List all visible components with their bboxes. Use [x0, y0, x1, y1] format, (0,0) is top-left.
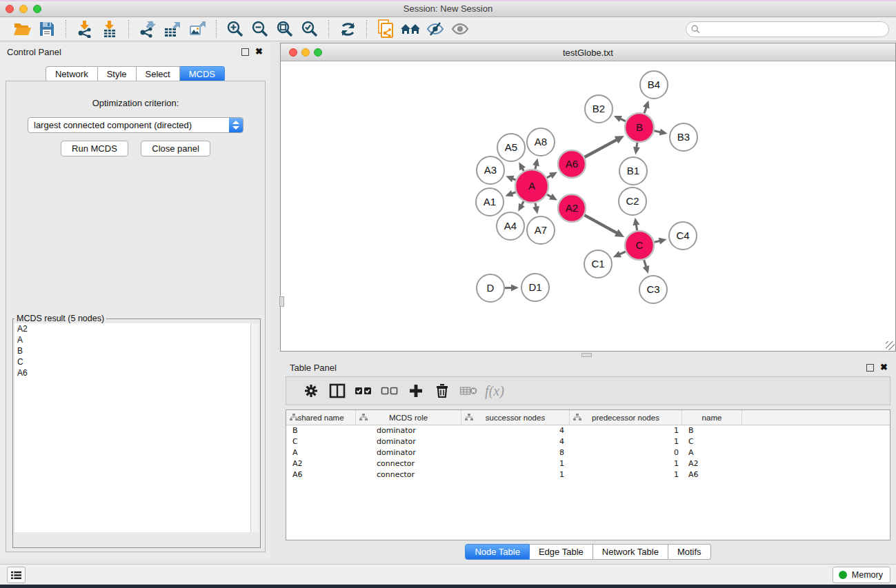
function-builder-icon[interactable]: f(x) — [481, 383, 508, 399]
table-cell: 1 — [461, 470, 570, 479]
criterion-value: largest connected component (directed) — [34, 120, 192, 130]
table-row[interactable]: A2connector11A2 — [286, 458, 890, 469]
graph-node-C1[interactable]: C1 — [584, 250, 612, 278]
window-resize-grip[interactable] — [886, 341, 895, 350]
table-cell: C — [682, 437, 742, 446]
task-history-button[interactable] — [7, 567, 26, 583]
graph-node-A5[interactable]: A5 — [497, 134, 525, 161]
mcds-result-list[interactable]: A2ABCA6 — [14, 323, 259, 532]
zoom-selected-icon[interactable] — [299, 19, 320, 39]
graph-node-A3[interactable]: A3 — [477, 156, 504, 184]
network-graph[interactable]: B4B2BB3A5A8A6B1A3AA1A2C2A4A7CC4C1C3DD1 — [281, 61, 895, 351]
table-row[interactable]: Adominator80A — [286, 447, 890, 458]
graph-node-C2[interactable]: C2 — [619, 187, 646, 215]
zoom-out-icon[interactable] — [250, 19, 270, 39]
table-row[interactable]: Bdominator41B — [286, 425, 890, 436]
tab-select[interactable]: Select — [137, 66, 180, 82]
table-cell: 0 — [570, 448, 682, 457]
search-input[interactable] — [703, 25, 888, 34]
add-column-icon[interactable] — [403, 383, 429, 398]
export-image-icon[interactable] — [187, 19, 208, 39]
horizontal-splitter-handle[interactable] — [581, 353, 592, 357]
graph-node-A1[interactable]: A1 — [476, 188, 504, 216]
node-label: C — [636, 239, 644, 251]
delete-table-icon[interactable] — [455, 385, 481, 396]
close-panel-icon[interactable]: ✖ — [255, 46, 263, 57]
close-panel-button[interactable]: Close panel — [141, 141, 210, 156]
graph-node-B4[interactable]: B4 — [640, 71, 668, 99]
column-header-predecessor-nodes[interactable]: predecessor nodes — [570, 410, 682, 425]
show-graphics-details-icon[interactable] — [450, 19, 470, 39]
zoom-in-icon[interactable] — [225, 19, 246, 39]
tab-motifs[interactable]: Motifs — [668, 544, 711, 560]
tab-network[interactable]: Network — [46, 66, 98, 82]
graph-node-B3[interactable]: B3 — [670, 123, 697, 151]
memory-button[interactable]: Memory — [833, 567, 890, 583]
left-splitter-handle[interactable] — [279, 296, 284, 307]
network-view-window: testGlobe.txt B4B2BB3A5A8A6B1A3AA1A2C2A4… — [280, 43, 896, 352]
graph-node-B[interactable]: B — [625, 113, 654, 142]
result-list-item[interactable]: A2 — [14, 323, 259, 334]
table-cell: 1 — [570, 426, 682, 435]
graph-node-B1[interactable]: B1 — [619, 157, 647, 185]
graph-node-A[interactable]: A — [515, 170, 548, 203]
column-header-MCDS-role[interactable]: MCDS role — [356, 410, 461, 425]
graph-node-C3[interactable]: C3 — [639, 276, 667, 303]
criterion-dropdown[interactable]: largest connected component (directed) — [28, 117, 243, 133]
zoom-fit-icon[interactable] — [275, 19, 295, 39]
deselect-all-icon[interactable] — [377, 386, 403, 396]
search-field[interactable] — [686, 21, 889, 37]
select-all-check-icon[interactable] — [350, 386, 377, 396]
edge-A6-B[interactable] — [584, 139, 617, 157]
delete-column-icon[interactable] — [429, 383, 455, 398]
float-table-panel-icon[interactable] — [866, 364, 874, 372]
home-icon[interactable] — [400, 19, 421, 39]
tab-style[interactable]: Style — [98, 66, 137, 82]
application-window: Session: New Session — [0, 0, 896, 585]
column-header-shared-name[interactable]: shared name — [286, 410, 356, 425]
result-list-item[interactable]: A6 — [14, 367, 259, 378]
column-header-name[interactable]: name — [682, 410, 742, 425]
hide-graphics-details-icon[interactable] — [425, 19, 446, 39]
export-network-icon[interactable] — [137, 19, 158, 39]
import-table-icon[interactable] — [99, 19, 120, 39]
table-panel-header: Table Panel ✖ — [280, 358, 896, 376]
tab-edge-table[interactable]: Edge Table — [530, 544, 593, 560]
result-list-scrollbar[interactable] — [250, 323, 259, 532]
import-network-icon[interactable] — [74, 19, 95, 39]
result-list-item[interactable]: B — [14, 345, 259, 356]
result-list-item[interactable]: C — [14, 356, 259, 367]
graph-node-A4[interactable]: A4 — [497, 212, 524, 240]
graph-node-D[interactable]: D — [477, 274, 504, 302]
column-header-successor-nodes[interactable]: successor nodes — [461, 410, 570, 425]
graph-node-C4[interactable]: C4 — [669, 222, 697, 250]
open-session-icon[interactable] — [12, 19, 32, 39]
apply-layout-icon[interactable] — [337, 19, 358, 39]
result-list-item[interactable]: A — [14, 334, 259, 345]
edge-A2-C[interactable] — [584, 215, 617, 233]
float-panel-icon[interactable] — [241, 48, 249, 56]
network-canvas[interactable]: B4B2BB3A5A8A6B1A3AA1A2C2A4A7CC4C1C3DD1 — [281, 61, 895, 351]
graph-node-A7[interactable]: A7 — [527, 216, 555, 244]
save-session-icon[interactable] — [37, 19, 57, 39]
export-table-icon[interactable] — [162, 19, 183, 39]
graph-node-A2[interactable]: A2 — [558, 194, 586, 222]
run-mcds-button[interactable]: Run MCDS — [61, 141, 128, 156]
graph-node-B2[interactable]: B2 — [585, 95, 613, 123]
tab-network-table[interactable]: Network Table — [593, 544, 668, 560]
table-panel: Table Panel ✖ — [280, 358, 896, 560]
node-label: A3 — [484, 164, 497, 176]
graph-node-D1[interactable]: D1 — [521, 274, 549, 301]
column-settings-icon[interactable] — [298, 383, 324, 398]
tab-mcds[interactable]: MCDS — [180, 66, 225, 82]
tab-node-table[interactable]: Node Table — [465, 544, 530, 560]
show-columns-icon[interactable] — [324, 383, 350, 398]
graph-node-A8[interactable]: A8 — [527, 128, 555, 156]
table-row[interactable]: Cdominator41C — [286, 436, 890, 447]
network-overview-icon[interactable] — [375, 19, 396, 39]
table-toolbar: f(x) — [286, 376, 890, 405]
graph-node-A6[interactable]: A6 — [558, 150, 586, 178]
close-table-panel-icon[interactable]: ✖ — [880, 362, 888, 372]
table-row[interactable]: A6connector11A6 — [286, 469, 890, 480]
graph-node-C[interactable]: C — [625, 231, 654, 260]
